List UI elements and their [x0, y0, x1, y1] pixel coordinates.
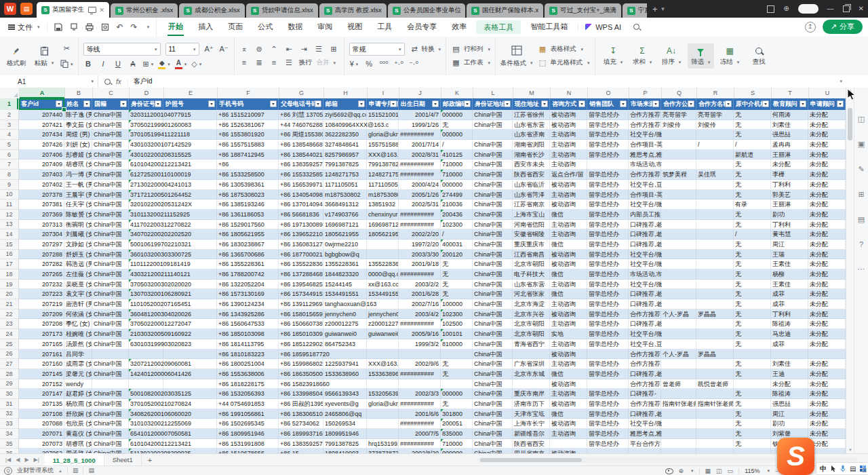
cell-F29[interactable]: +86 1818228175	[217, 379, 279, 390]
document-tab[interactable]: S公务员国企事业单位	[388, 3, 465, 18]
cell-K34[interactable]: 835000	[441, 429, 473, 439]
cell-S11[interactable]: 有录	[734, 200, 771, 210]
cell-B15[interactable]: 文静如 (女	[64, 240, 92, 250]
column-header-N[interactable]: N	[551, 88, 588, 98]
view-page-icon[interactable]: ◫	[716, 468, 722, 474]
cell-F36[interactable]: +86 1510678656	[217, 449, 279, 453]
cell-K9[interactable]: 000000	[441, 180, 473, 190]
cell-C3[interactable]: China中国	[92, 120, 129, 130]
cell-F9[interactable]: +86 1305398361	[217, 180, 279, 190]
cell-O8[interactable]: 留学总经办	[587, 170, 629, 180]
cell-T32[interactable]: 周江	[771, 409, 808, 419]
cell-G32[interactable]: +86 13830651000	[279, 409, 323, 419]
cell-I19[interactable]: xx@163.com	[367, 280, 399, 290]
cell-T26[interactable]	[771, 349, 808, 360]
cell-T15[interactable]: 周江	[771, 240, 808, 250]
cell-C9[interactable]: China中国	[92, 180, 129, 190]
cell-G28[interactable]: +86 18635050000	[279, 369, 323, 379]
fill-button[interactable]: ↧填充 ▾	[600, 43, 627, 69]
cell-C34[interactable]: China中国	[92, 429, 129, 439]
cell-I33[interactable]	[367, 419, 399, 429]
cell-G19[interactable]: +86 13954682513	[279, 280, 323, 290]
cell-Q6[interactable]	[661, 150, 696, 160]
cell-I12[interactable]: chenxinyur	[367, 210, 399, 220]
cell-H35[interactable]: 7991387825	[323, 439, 367, 449]
cell-H28[interactable]: 1533638960	[323, 369, 367, 379]
cell-N34[interactable]: 主动咨询	[550, 429, 587, 439]
align-bottom-icon[interactable]: ⌃	[269, 44, 279, 54]
cell-A12[interactable]: 207369	[19, 210, 64, 220]
cell-B13[interactable]: 衡琬明 (女	[64, 220, 92, 230]
filter-dropdown-icon[interactable]	[578, 100, 585, 107]
column-header-G[interactable]: G	[279, 88, 324, 98]
cell-H2[interactable]: ziyi5692@qq.com	[323, 110, 367, 120]
cell-Q7[interactable]	[661, 159, 696, 170]
cell-C14[interactable]: China中国	[92, 229, 129, 240]
cell-G7[interactable]: +86 13835925706	[279, 159, 323, 170]
cell-G12[interactable]: +86 56681836	[279, 210, 323, 220]
cell-S17[interactable]: 无	[734, 259, 771, 269]
freeze-button[interactable]: ▦冻结 ▾	[717, 43, 743, 69]
cell-B35[interactable]: 胡睿琪 (女	[64, 439, 92, 449]
menu-item-7[interactable]: 工具	[370, 18, 399, 37]
cell-U2[interactable]: 未分配	[808, 110, 846, 120]
cell-J27[interactable]: 2002/9/6	[399, 359, 441, 369]
cell-H21[interactable]: tanghaoxuan@163	[323, 299, 367, 309]
cell-T29[interactable]: 未分配	[771, 379, 808, 390]
cell-S7[interactable]: 无	[734, 159, 771, 170]
cell-L34[interactable]: China中国	[473, 429, 513, 439]
cell-L32[interactable]: China中国	[473, 409, 513, 419]
cell-N35[interactable]	[550, 439, 587, 449]
cell-N4[interactable]: 主动咨询	[550, 130, 587, 140]
cell-J13[interactable]: ##########	[399, 220, 441, 230]
cell-P22[interactable]: 合作方推荐	[629, 309, 661, 320]
cell-M18[interactable]: 电子科技大	[513, 269, 550, 280]
cell-Q24[interactable]	[661, 329, 696, 339]
cell-C22[interactable]: China中国	[92, 309, 129, 320]
cell-N15[interactable]: 微信	[550, 240, 587, 250]
cell-U4[interactable]: 未分配	[808, 130, 846, 140]
sogou-input-logo[interactable]: S	[777, 438, 814, 475]
cell-S13[interactable]: 无	[734, 220, 771, 230]
convert-button[interactable]: ⇄转换▾	[410, 44, 441, 54]
cell-P26[interactable]: 合作方推荐	[629, 349, 661, 360]
table-header-cell[interactable]: 姓名	[64, 98, 92, 110]
cell-I29[interactable]	[367, 379, 399, 390]
sort-button[interactable]: A↓排序 ▾	[658, 43, 685, 69]
close-button[interactable]: ✕	[859, 5, 864, 12]
cell-R19[interactable]	[696, 280, 734, 290]
cell-P16[interactable]: 社交平台/微	[629, 250, 661, 260]
table-header-cell[interactable]: 原中介机构	[734, 98, 771, 110]
cell-L29[interactable]: China中国	[473, 379, 513, 390]
cell-G16[interactable]: +86 18770002153	[279, 250, 323, 260]
cell-L10[interactable]: China中国	[473, 190, 513, 200]
cell-K29[interactable]	[441, 379, 473, 390]
paste-button[interactable]: 粘贴▾	[33, 45, 56, 68]
table-header-cell[interactable]: 咨询方式	[550, 98, 587, 110]
cell-R8[interactable]: 吴佳琪	[696, 170, 734, 180]
cell-I8[interactable]: 1248271753	[367, 170, 399, 180]
table-header-cell[interactable]: 申请顾问	[808, 98, 846, 110]
filter-dropdown-icon[interactable]	[652, 100, 659, 107]
cell-T27[interactable]: 刘素佳	[771, 359, 808, 369]
cell-J24[interactable]: 2005/9/16	[399, 329, 441, 339]
cell-S12[interactable]: 无	[734, 210, 771, 220]
cell-E26[interactable]	[163, 349, 217, 360]
cell-F35[interactable]: +86 1531991808	[217, 439, 279, 449]
column-header-C[interactable]: C	[93, 88, 130, 98]
cell-J5[interactable]: 2001/7/14	[399, 140, 441, 150]
cell-D24[interactable]: 210303200509160922	[129, 329, 163, 339]
cell-K8[interactable]: 710000	[441, 170, 473, 180]
cell-T25[interactable]: 成菲	[771, 339, 808, 349]
cell-O13[interactable]: 留学总经办	[587, 220, 629, 230]
cell-S4[interactable]: 无	[734, 130, 771, 140]
cell-D12[interactable]: 310113200211152925	[129, 210, 163, 220]
cell-O25[interactable]: 留学总经办	[587, 339, 629, 349]
cell-P36[interactable]	[629, 449, 661, 453]
cell-S35[interactable]: 无	[734, 439, 771, 449]
cell-Q20[interactable]	[661, 289, 696, 299]
cell-O17[interactable]: 留学总经办	[587, 259, 629, 269]
cell-M20[interactable]: 河北省张家	[513, 289, 550, 299]
cell-F30[interactable]: +86 1532056393	[217, 389, 279, 399]
cell-B2[interactable]: 陈子逸 (男	[64, 110, 92, 120]
